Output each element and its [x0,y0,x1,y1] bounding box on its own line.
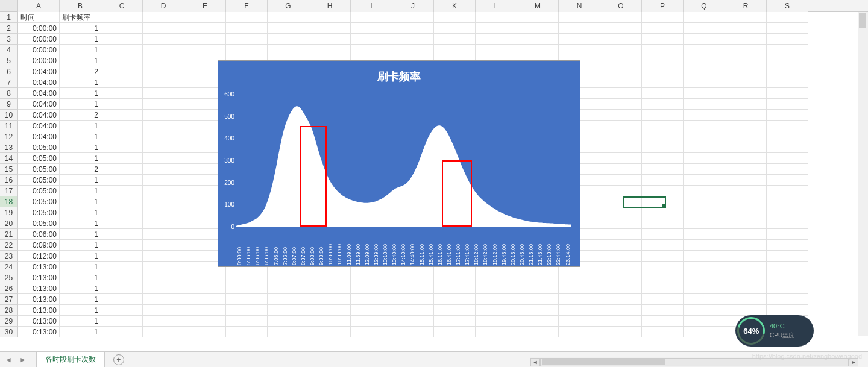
row-header[interactable]: 5 [0,55,18,66]
cell[interactable] [767,229,808,240]
cell[interactable] [184,327,226,337]
cell[interactable]: 1 [60,175,101,186]
cell[interactable] [642,23,684,34]
cell[interactable]: 0:13:00 [18,294,60,305]
cell[interactable]: 2 [60,110,101,121]
cell[interactable] [184,12,226,23]
cell[interactable] [725,77,767,88]
cell[interactable] [600,12,642,23]
cell[interactable] [392,23,434,34]
cell[interactable]: 0:00:00 [18,34,60,45]
cell[interactable] [684,327,725,337]
row-header[interactable]: 27 [0,294,18,305]
cell[interactable]: 1 [60,131,101,142]
cell[interactable] [725,34,767,45]
cell[interactable]: 1 [60,207,101,218]
cell[interactable] [767,218,808,229]
row-header[interactable]: 15 [0,164,18,175]
cell[interactable] [767,272,808,283]
cell[interactable] [725,23,767,34]
cell[interactable]: 0:00:00 [18,55,60,66]
cell[interactable] [184,283,226,294]
row-header[interactable]: 30 [0,327,18,337]
cell[interactable]: 1 [60,186,101,196]
cell[interactable] [143,196,184,207]
cell[interactable]: 0:13:00 [18,283,60,294]
cell[interactable] [143,45,184,55]
cell[interactable]: 1 [60,316,101,327]
cell[interactable] [101,34,143,45]
cell[interactable] [642,175,684,186]
cell[interactable]: 0:05:00 [18,196,60,207]
cell[interactable] [101,175,143,186]
cell[interactable] [767,305,808,316]
cell[interactable] [101,45,143,55]
cell[interactable] [684,262,725,272]
cell[interactable] [143,99,184,110]
row-header[interactable]: 17 [0,186,18,196]
cell[interactable] [101,12,143,23]
cell[interactable] [684,88,725,99]
cell[interactable] [351,283,392,294]
cell[interactable] [600,77,642,88]
cell[interactable] [226,316,268,327]
col-header-D[interactable]: D [143,0,184,12]
cell[interactable] [559,294,600,305]
cell[interactable] [101,88,143,99]
cell[interactable]: 0:05:00 [18,218,60,229]
row-header[interactable]: 1 [0,12,18,23]
cell[interactable] [642,262,684,272]
col-header-R[interactable]: R [725,0,767,12]
cell[interactable]: 1 [60,218,101,229]
cell[interactable] [184,23,226,34]
cell[interactable] [684,229,725,240]
cell[interactable] [767,196,808,207]
cell[interactable]: 1 [60,294,101,305]
cell[interactable] [351,327,392,337]
cell[interactable] [725,262,767,272]
cell[interactable] [226,283,268,294]
cell[interactable] [476,305,517,316]
cell[interactable] [600,283,642,294]
cell[interactable] [725,229,767,240]
cell[interactable]: 时间 [18,12,60,23]
cell[interactable] [642,327,684,337]
hscroll-thumb[interactable] [542,359,665,365]
cell[interactable] [600,251,642,262]
cell[interactable] [600,121,642,131]
cell[interactable]: 0:13:00 [18,272,60,283]
cell[interactable] [476,45,517,55]
cell[interactable] [101,305,143,316]
col-header-P[interactable]: P [642,0,684,12]
cell[interactable] [767,121,808,131]
cell[interactable] [767,240,808,251]
cell[interactable] [101,164,143,175]
cell[interactable] [143,272,184,283]
cell[interactable] [642,272,684,283]
cell[interactable] [725,110,767,121]
cell[interactable] [268,272,309,283]
cell[interactable] [725,45,767,55]
cell[interactable] [226,34,268,45]
cell[interactable] [600,88,642,99]
cell[interactable] [184,316,226,327]
cell[interactable] [476,12,517,23]
cell[interactable]: 1 [60,23,101,34]
cell[interactable]: 0:13:00 [18,305,60,316]
row-header[interactable]: 22 [0,240,18,251]
cell[interactable] [268,316,309,327]
cell[interactable] [767,131,808,142]
cell[interactable] [143,55,184,66]
cell[interactable] [143,110,184,121]
row-header[interactable]: 4 [0,45,18,55]
cell[interactable] [184,305,226,316]
col-header-Q[interactable]: Q [684,0,725,12]
cell[interactable]: 0:05:00 [18,153,60,164]
cell[interactable] [642,121,684,131]
cell[interactable] [101,131,143,142]
cell[interactable] [684,99,725,110]
cell[interactable] [101,294,143,305]
cell[interactable] [600,316,642,327]
cell[interactable] [101,23,143,34]
cell[interactable] [684,272,725,283]
